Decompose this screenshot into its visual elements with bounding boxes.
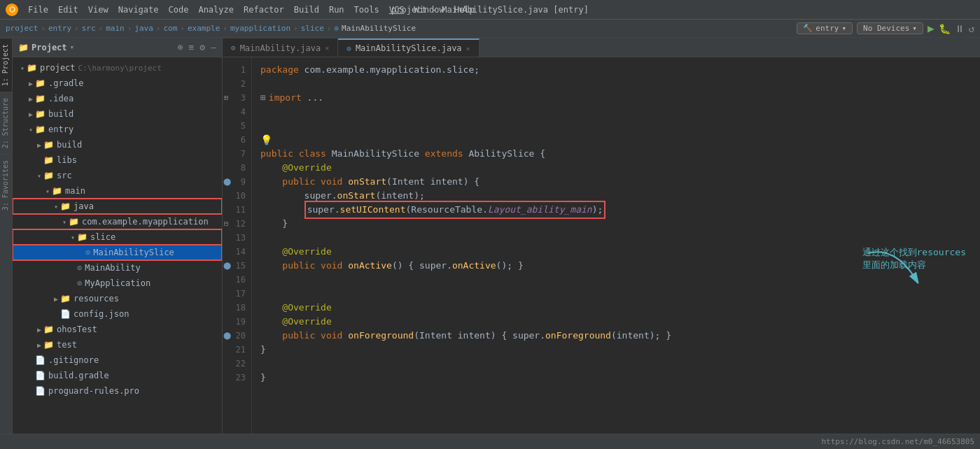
settings-icon[interactable]: ⚙ (200, 42, 205, 52)
breadcrumb-bar: project › entry › src › main › java › co… (0, 20, 980, 38)
line-num-17: 17 (223, 287, 251, 301)
left-tabs: 1: Project 2: Structure 3: Favorites (0, 38, 13, 434)
bc-main[interactable]: main (106, 24, 125, 33)
editor-tabs: ⊙ MainAbility.java ✕ ⊙ MainAbilitySlice.… (223, 38, 980, 57)
code-line-2 (260, 77, 980, 91)
run-button[interactable]: ▶ (927, 22, 934, 35)
line-num-2: 2 (223, 77, 251, 91)
code-line-13 (260, 231, 980, 245)
tree-item-main[interactable]: ▾ 📁 main (13, 183, 222, 199)
tree-item-slice[interactable]: ▾ 📁 slice (13, 229, 222, 245)
tree-item-buildgradle[interactable]: ▶ 📄 build.gradle (13, 368, 222, 383)
tab-favorites[interactable]: 3: Favorites (0, 154, 12, 216)
menu-vcs[interactable]: VCS (385, 3, 409, 16)
breadcrumb-left: project › entry › src › main › java › co… (6, 24, 416, 33)
menu-bar: ⬡ File Edit View Navigate Code Analyze R… (6, 3, 479, 16)
code-line-1: package com.example.myapplication.slice; (260, 63, 980, 77)
tab-close-mainability[interactable]: ✕ (325, 44, 329, 52)
tab-mainabilityslice[interactable]: ⊙ MainAbilitySlice.java ✕ (338, 38, 479, 57)
tree-item-com-example[interactable]: ▾ 📁 com.example.myapplication (13, 214, 222, 229)
line-num-14: 14 (223, 245, 251, 259)
main-layout: 1: Project 2: Structure 3: Favorites 📁 P… (0, 38, 980, 434)
tree-item-config[interactable]: ▶ 📄 config.json (13, 306, 222, 322)
bc-com[interactable]: com (163, 24, 177, 33)
code-line-12: } (260, 217, 980, 231)
line-num-8: 8 (223, 161, 251, 175)
hammer-icon: 🔨 (803, 24, 813, 33)
menu-view[interactable]: View (84, 3, 113, 16)
menu-code[interactable]: Code (164, 3, 193, 16)
tree-item-libs[interactable]: ▶ 📁 libs (13, 152, 222, 168)
editor-area: ⊙ MainAbility.java ✕ ⊙ MainAbilitySlice.… (223, 38, 980, 434)
minimize-icon[interactable]: — (211, 42, 216, 52)
entry-button[interactable]: 🔨 entry ▾ (797, 22, 853, 34)
code-line-16 (260, 273, 980, 287)
menu-file[interactable]: File (24, 3, 52, 16)
tree-item-entry-build[interactable]: ▶ 📁 build (13, 137, 222, 152)
line-num-23: 23 (223, 371, 251, 385)
bc-entry[interactable]: entry (48, 24, 71, 33)
line-num-15: ⬤15 (223, 259, 251, 273)
tree-item-gitignore[interactable]: ▶ 📄 .gitignore (13, 352, 222, 368)
tree-item-mainability[interactable]: ▶ ⊙ MainAbility (13, 260, 222, 276)
tree-item-test[interactable]: ▶ 📁 test (13, 337, 222, 352)
project-tree: ▾ 📁 project C:\harmony\project ▶ 📁 .grad… (13, 57, 222, 434)
code-line-17 (260, 287, 980, 301)
menu-run[interactable]: Run (325, 3, 349, 16)
tab-mainability[interactable]: ⊙ MainAbility.java ✕ (223, 38, 338, 57)
tree-item-entry[interactable]: ▾ 📁 entry (13, 122, 222, 137)
sync-icon[interactable]: ⊕ (178, 42, 183, 52)
tree-item-src[interactable]: ▾ 📁 src (13, 168, 222, 183)
tree-item-proguard[interactable]: ▶ 📄 proguard-rules.pro (13, 383, 222, 399)
menu-navigate[interactable]: Navigate (114, 3, 163, 16)
code-line-15: public void onActive() { super.onActive(… (260, 259, 980, 273)
menu-tools[interactable]: Tools (350, 3, 384, 16)
menu-analyze[interactable]: Analyze (194, 3, 238, 16)
tree-item-mainabilityslice[interactable]: ▶ ⊙ MainAbilitySlice (13, 245, 222, 260)
code-line-4 (260, 105, 980, 119)
tab-project[interactable]: 1: Project (0, 38, 12, 92)
tab-close-mainabilityslice[interactable]: ✕ (466, 45, 470, 52)
tree-item-build-root[interactable]: ▶ 📁 build (13, 106, 222, 122)
bc-example[interactable]: example (188, 24, 220, 33)
line-num-12: ⊟12 (223, 217, 251, 231)
menu-refactor[interactable]: Refactor (239, 3, 288, 16)
tree-item-java[interactable]: ▾ 📁 java (13, 199, 222, 214)
code-content[interactable]: package com.example.myapplication.slice;… (252, 57, 980, 434)
line-num-3: ⊞3 (223, 91, 251, 105)
menu-build[interactable]: Build (290, 3, 323, 16)
tree-item-myapplication[interactable]: ▶ ⊙ MyApplication (13, 276, 222, 291)
debug-button[interactable]: 🐛 (939, 23, 951, 34)
tab-structure[interactable]: 2: Structure (0, 92, 12, 154)
line-num-21: 21 (223, 343, 251, 357)
no-devices-button[interactable]: No Devices ▾ (857, 22, 923, 34)
panel-dropdown-icon[interactable]: ▾ (70, 43, 75, 52)
tree-item-gradle[interactable]: ▶ 📁 .gradle (13, 76, 222, 91)
code-line-19: @Override (260, 315, 980, 329)
bc-myapp[interactable]: myapplication (230, 24, 290, 33)
tab-icon-mainability: ⊙ (231, 43, 236, 52)
menu-help[interactable]: Help (450, 3, 479, 16)
reload-button[interactable]: ↺ (969, 23, 974, 34)
stop-button[interactable]: ⏸ (955, 23, 965, 34)
bc-src[interactable]: src (82, 24, 96, 33)
panel-actions: ⊕ ≡ ⚙ — (178, 42, 216, 52)
tree-item-idea[interactable]: ▶ 📁 .idea (13, 91, 222, 106)
tab-icon-mainabilityslice: ⊙ (346, 44, 351, 53)
bc-java[interactable]: java (134, 24, 153, 33)
tree-item-ohostest[interactable]: ▶ 📁 ohosTest (13, 322, 222, 337)
menu-window[interactable]: Window (410, 3, 448, 16)
line-num-11: 11 (223, 203, 251, 217)
line-num-1: 1 (223, 63, 251, 77)
filter-icon[interactable]: ≡ (189, 42, 195, 52)
tree-item-resources[interactable]: ▶ 📁 resources (13, 291, 222, 306)
bc-project[interactable]: project (6, 24, 38, 33)
code-line-22 (260, 357, 980, 371)
code-line-23: } (260, 371, 980, 385)
line-num-5: 5 (223, 119, 251, 133)
code-line-20: public void onForeground(Intent intent) … (260, 329, 980, 343)
no-devices-dropdown-icon: ▾ (912, 24, 917, 33)
bc-slice[interactable]: slice (301, 24, 324, 33)
menu-edit[interactable]: Edit (54, 3, 83, 16)
tree-item-project[interactable]: ▾ 📁 project C:\harmony\project (13, 60, 222, 76)
